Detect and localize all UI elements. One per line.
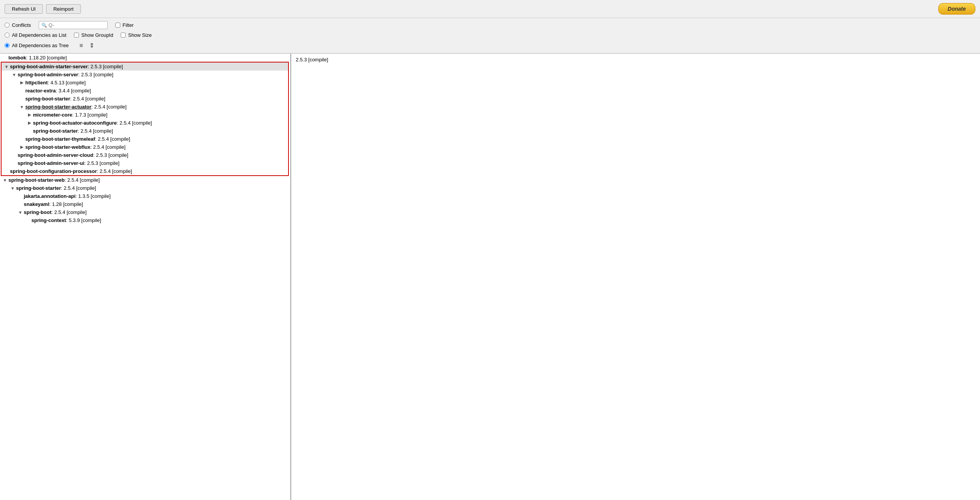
- filter-checkbox[interactable]: [115, 23, 120, 28]
- search-input[interactable]: [49, 22, 106, 28]
- tree-toggle[interactable]: ▼: [2, 178, 8, 183]
- tree-item-name: spring-boot-starter: [16, 185, 61, 191]
- tree-toggle[interactable]: [18, 89, 25, 93]
- tree-item-version: : 2.5.4 [compile]: [70, 96, 105, 102]
- tree-toggle[interactable]: [17, 202, 24, 207]
- tree-toggle[interactable]: [18, 137, 25, 141]
- tree-item-version: : 1.18.20 [compile]: [26, 55, 67, 61]
- tree-item[interactable]: ▶micrometer-core : 1.7.3 [compile]: [1, 111, 289, 119]
- toolbar-left: Refresh UI Reimport: [5, 4, 81, 14]
- all-deps-list-radio-label[interactable]: All Dependencies as List: [5, 32, 66, 38]
- all-deps-tree-radio-label[interactable]: All Dependencies as Tree: [5, 43, 69, 48]
- tree-toggle[interactable]: [11, 153, 18, 158]
- tree-toggle[interactable]: ▼: [17, 210, 24, 215]
- tree-item[interactable]: reactor-extra : 3.4.4 [compile]: [1, 87, 289, 95]
- tree-item[interactable]: spring-boot-starter : 2.5.4 [compile]: [1, 127, 289, 135]
- tree-item-version: : 2.5.4 [compile]: [95, 136, 130, 142]
- tree-item-name: spring-boot-starter-thymeleaf: [25, 136, 95, 142]
- tree-item[interactable]: ▼spring-boot-admin-server : 2.5.3 [compi…: [1, 71, 289, 79]
- tree-item[interactable]: ▶httpclient : 4.5.13 [compile]: [1, 79, 289, 87]
- tree-toggle[interactable]: ▼: [9, 186, 16, 191]
- tree-item[interactable]: spring-boot-starter-thymeleaf : 2.5.4 [c…: [1, 135, 289, 143]
- tree-toggle[interactable]: ▶: [26, 120, 33, 125]
- tree-item-name: lombok: [8, 55, 26, 61]
- conflicts-radio[interactable]: [5, 23, 10, 28]
- donate-wrapper: Donate: [938, 3, 975, 15]
- search-icon: 🔍: [41, 23, 47, 28]
- tree-item[interactable]: spring-boot-admin-server-ui : 2.5.3 [com…: [1, 159, 289, 167]
- tree-item[interactable]: snakeyaml : 1.28 [compile]: [0, 200, 290, 208]
- tree-panel[interactable]: lombok : 1.18.20 [compile]▼spring-boot-a…: [0, 54, 291, 500]
- tree-item-name: spring-boot-configuration-processor: [10, 168, 97, 174]
- collapse-all-button[interactable]: ≡: [78, 41, 84, 50]
- tree-item-version: : 4.5.13 [compile]: [48, 80, 86, 86]
- tree-toggle[interactable]: [2, 56, 8, 60]
- tree-item-name: micrometer-core: [33, 112, 72, 118]
- options-row-1: Conflicts 🔍 Filter: [5, 20, 975, 31]
- all-deps-tree-radio[interactable]: [5, 43, 10, 48]
- show-groupid-checkbox[interactable]: [74, 33, 79, 38]
- tree-toggle[interactable]: ▼: [3, 64, 10, 69]
- all-deps-list-radio[interactable]: [5, 33, 10, 38]
- tree-item-name: spring-boot-starter-webflux: [25, 144, 90, 150]
- tree-item-name: jakarta.annotation-api: [24, 193, 75, 199]
- tree-item-version: : 1.7.3 [compile]: [72, 112, 108, 118]
- detail-version-text: 2.5.3 [compile]: [296, 57, 328, 62]
- tree-item[interactable]: ▶spring-boot-starter-webflux : 2.5.4 [co…: [1, 143, 289, 151]
- tree-item-version: : 2.5.4 [compile]: [90, 144, 126, 150]
- tree-item-version: : 1.3.5 [compile]: [75, 193, 111, 199]
- filter-check-label[interactable]: Filter: [115, 22, 134, 28]
- tree-toggle[interactable]: ▼: [18, 105, 25, 109]
- tree-item-version: : 2.5.4 [compile]: [61, 185, 96, 191]
- options-rows: Conflicts 🔍 Filter All Dependencies as L…: [0, 18, 980, 53]
- tree-toggle[interactable]: [17, 194, 24, 199]
- tree-item-name: spring-boot-starter-actuator: [25, 104, 92, 110]
- tree-item[interactable]: ▶spring-boot-actuator-autoconfigure : 2.…: [1, 119, 289, 127]
- tree-toggle[interactable]: [26, 129, 33, 133]
- show-groupid-check-label[interactable]: Show GroupId: [74, 32, 113, 38]
- tree-item-version: : 2.5.3 [compile]: [88, 64, 123, 69]
- refresh-ui-button[interactable]: Refresh UI: [5, 4, 43, 14]
- tree-item-name: spring-boot-starter: [25, 96, 70, 102]
- all-deps-tree-label: All Dependencies as Tree: [12, 43, 69, 48]
- tree-item-version: : 3.4.4 [compile]: [56, 88, 91, 94]
- tree-item-name: spring-boot-admin-server-ui: [18, 160, 84, 166]
- tree-item-name: spring-boot-actuator-autoconfigure: [33, 120, 117, 126]
- reimport-button[interactable]: Reimport: [46, 4, 81, 14]
- options-row-2: All Dependencies as List Show GroupId Sh…: [5, 31, 975, 39]
- tree-item[interactable]: ▼spring-boot-starter : 2.5.4 [compile]: [0, 184, 290, 192]
- tree-toggle[interactable]: [25, 218, 31, 223]
- tree-toggle[interactable]: ▼: [11, 72, 18, 77]
- tree-item[interactable]: ▼spring-boot-starter-actuator : 2.5.4 [c…: [1, 103, 289, 111]
- expand-all-button[interactable]: ⇕: [88, 41, 96, 50]
- tree-toggle[interactable]: [11, 161, 18, 166]
- tree-item[interactable]: ▼spring-boot-starter-web : 2.5.4 [compil…: [0, 176, 290, 184]
- tree-toggle[interactable]: [18, 97, 25, 101]
- conflicts-radio-label[interactable]: Conflicts: [5, 22, 31, 28]
- tree-item-name: spring-context: [31, 217, 66, 223]
- tree-item-version: : 2.5.3 [compile]: [84, 160, 120, 166]
- tree-item[interactable]: spring-boot-admin-server-cloud : 2.5.3 […: [1, 151, 289, 159]
- tree-item-name: spring-boot-admin-server: [18, 72, 78, 77]
- tree-toggle[interactable]: ▶: [18, 145, 25, 150]
- donate-button[interactable]: Donate: [938, 3, 975, 15]
- tree-item[interactable]: spring-boot-configuration-processor : 2.…: [1, 167, 289, 176]
- tree-item[interactable]: ▼spring-boot : 2.5.4 [compile]: [0, 208, 290, 216]
- tree-toggle[interactable]: ▶: [18, 80, 25, 85]
- tree-item-name: spring-boot-starter-web: [8, 177, 65, 183]
- main-content: lombok : 1.18.20 [compile]▼spring-boot-a…: [0, 53, 980, 500]
- tree-item-version: : 2.5.4 [compile]: [92, 104, 127, 110]
- toolbar: Refresh UI Reimport Donate: [0, 0, 980, 18]
- tree-item-name: spring-boot-starter: [33, 128, 78, 134]
- tree-item-version: : 2.5.3 [compile]: [78, 72, 113, 77]
- tree-item-name: httpclient: [25, 80, 48, 86]
- tree-item[interactable]: ▼spring-boot-admin-starter-server : 2.5.…: [1, 62, 289, 71]
- tree-item[interactable]: jakarta.annotation-api : 1.3.5 [compile]: [0, 192, 290, 200]
- show-size-check-label[interactable]: Show Size: [121, 32, 151, 38]
- tree-toggle[interactable]: ▶: [26, 112, 33, 117]
- tree-item[interactable]: lombok : 1.18.20 [compile]: [0, 54, 290, 62]
- tree-toggle[interactable]: [3, 169, 10, 174]
- show-size-checkbox[interactable]: [121, 33, 126, 38]
- tree-item[interactable]: spring-context : 5.3.9 [compile]: [0, 216, 290, 224]
- tree-item[interactable]: spring-boot-starter : 2.5.4 [compile]: [1, 95, 289, 103]
